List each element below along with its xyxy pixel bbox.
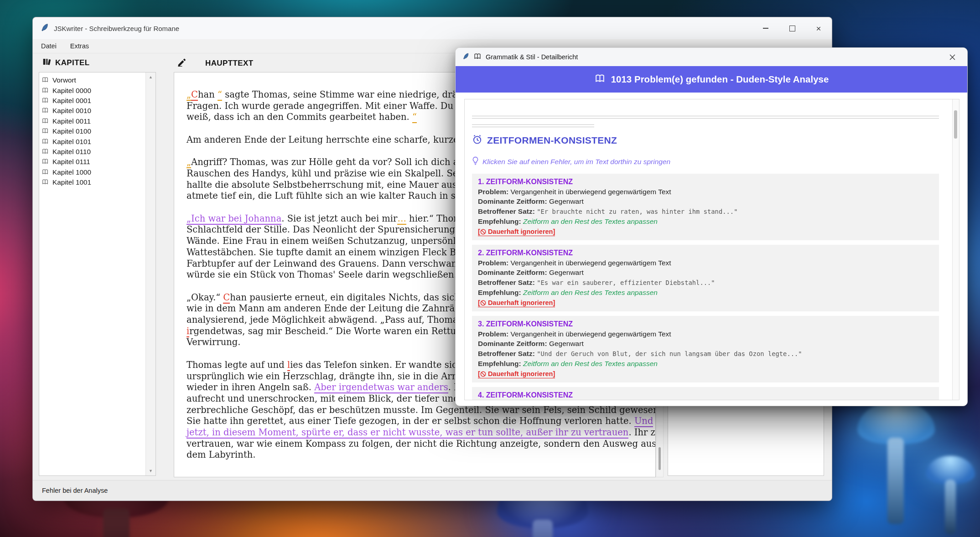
dialog-banner: 1013 Problem(e) gefunden - Duden-Style A… [456,66,967,93]
dialog-scrollbar[interactable] [952,99,959,400]
window-title: JSKwriter - Schreibwerkzeug für Romane [54,25,179,32]
report-ignore-row: [ Dauerhaft ignorieren] [478,227,933,237]
chapter-label: Kapitel 1000 [52,168,91,176]
maximize-icon [789,26,795,31]
open-book-icon [41,148,49,156]
chapter-list-item[interactable]: Kapitel 0101 [41,136,145,146]
chapter-label: Kapitel 0100 [52,127,91,135]
chapter-label: Kapitel 0101 [52,138,91,146]
report-item[interactable]: 1. ZEITFORM-KONSISTENZ Problem: Vergange… [472,174,939,240]
dialog-scrollbar-thumb[interactable] [954,110,957,139]
chapter-list-item[interactable]: Kapitel 1000 [41,167,145,177]
app-quill-icon [41,23,49,34]
chapters-panel-header: KAPITEL [42,57,90,68]
report-problem-row: Problem: Vergangenheit in überwiegend ge… [478,329,933,339]
open-book-icon [41,158,49,166]
grammar-report-dialog: Grammatik & Stil - Detailbericht 1013 Pr… [455,47,968,406]
report-items: 1. ZEITFORM-KONSISTENZ Problem: Vergange… [472,174,939,400]
writing-hand-icon [177,57,187,69]
report-sentence-row: Betroffener Satz: "Es war ein sauberer, … [478,278,933,288]
report-ignore-row: [ Dauerhaft ignorieren] [478,369,933,379]
dialog-title: Grammatik & Stil - Detailbericht [486,53,578,61]
editor-scrollbar-thumb[interactable] [659,447,661,470]
hint-row: Klicken Sie auf einen Fehler, um im Text… [472,156,939,167]
report-item[interactable]: 3. ZEITFORM-KONSISTENZ Problem: Vergange… [472,316,939,382]
chapter-list: Vorwort Kapitel 0000 Kapitel 0001 Kapite… [41,75,145,474]
chapter-list-item[interactable]: Kapitel 0100 [41,126,145,136]
report-tense-row: Dominante Zeitform: Gegenwart [478,339,933,349]
chapter-list-item[interactable]: Kapitel 1001 [41,177,145,187]
chapter-list-item[interactable]: Kapitel 0000 [41,85,145,95]
dialog-titlebar[interactable]: Grammatik & Stil - Detailbericht [456,48,967,66]
open-book-icon [41,107,49,115]
statusbar: Fehler bei der Analyse [33,480,832,501]
chapter-list-item[interactable]: Kapitel 0010 [41,106,145,116]
report-sentence-row: Betroffener Satz: "Er brauchte nicht zu … [478,207,933,217]
text-line: dem Labyrinth. [187,449,656,461]
report-item-title: 4. ZEITFORM-KONSISTENZ [478,390,933,400]
open-book-icon [41,117,49,125]
report-problem-row: Problem: Vergangenheit in überwiegend ge… [478,187,933,197]
section-heading: ZEITFORMEN-KONSISTENZ [472,134,939,147]
chapter-label: Kapitel 0001 [52,97,91,105]
report-item-title: 2. ZEITFORM-KONSISTENZ [478,248,933,258]
chapter-list-item[interactable]: Kapitel 0110 [41,147,145,157]
lightbulb-icon [472,156,479,167]
book-icon [473,53,482,62]
maximize-button[interactable] [779,17,805,39]
report-problem-row: Problem: Vergangenheit in überwiegend ge… [478,400,933,401]
open-book-icon [41,138,49,146]
report-recommendation-row: Empfehlung: Zeitform an den Rest des Tex… [478,288,933,298]
prohibition-icon [480,229,486,235]
hint-text: Klicken Sie auf einen Fehler, um im Text… [482,158,670,166]
ignore-permanently-link[interactable]: [ Dauerhaft ignorieren] [478,299,555,307]
report-recommendation-row: Empfehlung: Zeitform an den Rest des Tex… [478,359,933,369]
chapter-label: Kapitel 0010 [52,107,91,115]
open-book-icon [41,76,49,84]
open-book-icon [41,97,49,105]
chapter-list-item[interactable]: Kapitel 0001 [41,96,145,106]
open-book-icon [41,168,49,176]
dialog-close-button[interactable] [944,48,960,66]
report-item-title: 3. ZEITFORM-KONSISTENZ [478,319,933,329]
ignore-permanently-link[interactable]: [ Dauerhaft ignorieren] [478,370,555,378]
report-item[interactable]: 2. ZEITFORM-KONSISTENZ Problem: Vergange… [472,245,939,311]
book-icon [594,74,606,85]
report-tense-row: Dominante Zeitform: Gegenwart [478,268,933,278]
report-scroll-area: ZEITFORMEN-KONSISTENZ Klicken Sie auf ei… [464,99,959,400]
prohibition-icon [480,371,486,377]
banner-text: 1013 Problem(e) gefunden - Duden-Style A… [611,74,829,85]
text-line: zerbrechliche Geschöpf, das er beschütze… [187,405,656,416]
chapter-list-box: Vorwort Kapitel 0000 Kapitel 0001 Kapite… [39,72,156,476]
report-sentence-row: Betroffener Satz: "Und der Geruch von Bl… [478,349,933,359]
scroll-up-icon[interactable]: ▲ [146,75,156,79]
report-item[interactable]: 4. ZEITFORM-KONSISTENZ Problem: Vergange… [472,387,939,400]
chapter-list-item[interactable]: Kapitel 0011 [41,116,145,126]
status-text: Fehler bei der Analyse [42,487,108,494]
close-icon [949,54,955,60]
chapter-list-item[interactable]: Vorwort [41,75,145,85]
report-ignore-row: [ Dauerhaft ignorieren] [478,298,933,308]
chapter-label: Vorwort [52,76,76,84]
open-book-icon [41,87,49,95]
open-book-icon [41,127,49,135]
ignore-permanently-link[interactable]: [ Dauerhaft ignorieren] [478,228,555,236]
chapter-label: Kapitel 0111 [52,158,90,166]
main-window-titlebar[interactable]: JSKwriter - Schreibwerkzeug für Romane × [33,17,832,39]
editor-panel-title: HAUPTTEXT [205,59,254,68]
chapter-label: Kapitel 1001 [52,178,91,186]
menu-item-extras[interactable]: Extras [70,42,89,50]
report-item-title: 1. ZEITFORM-KONSISTENZ [478,177,933,187]
menu-item-datei[interactable]: Datei [41,42,57,50]
scroll-down-icon[interactable]: ▼ [146,469,156,473]
separator [472,124,594,127]
minimize-button[interactable] [752,17,779,39]
chapter-list-item[interactable]: Kapitel 0111 [41,157,145,167]
close-button[interactable]: × [805,17,832,39]
books-icon [42,57,52,68]
chapter-label: Kapitel 0011 [52,117,91,125]
text-line: Sie hatte ihn gerettet, aus einer Tiefe … [187,416,656,427]
chapter-list-scrollbar[interactable]: ▲ ▼ [145,72,156,475]
separator [472,116,939,119]
editor-panel-header: HAUPTTEXT [177,57,254,69]
